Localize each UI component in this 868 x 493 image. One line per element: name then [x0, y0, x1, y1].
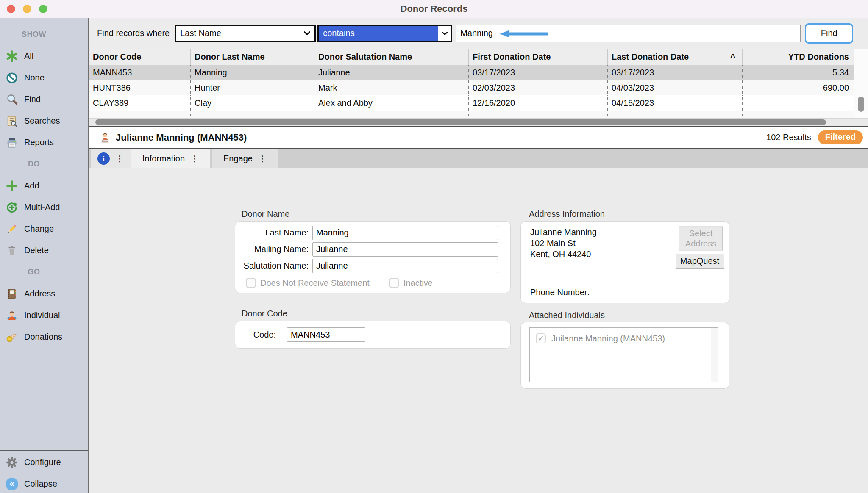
- tab-info-segment[interactable]: i ⋮: [91, 149, 131, 168]
- record-detail-content: Donor Name Last Name: Mailing Name: Salu…: [89, 168, 868, 493]
- cell-salutation: Julianne: [314, 65, 469, 80]
- sort-ascending-icon: ^: [730, 52, 735, 62]
- sidebar-item-add[interactable]: Add: [0, 175, 88, 197]
- cell-empty: [89, 111, 191, 118]
- search-query-input[interactable]: [456, 25, 800, 42]
- column-header-last-donation-date[interactable]: Last Donation Date ^: [608, 49, 743, 65]
- sidebar-item-multi-add[interactable]: Multi-Add: [0, 197, 88, 218]
- collapse-chevrons-icon: «: [6, 478, 18, 490]
- column-header-ytd-donations[interactable]: YTD Donations: [743, 49, 853, 65]
- sidebar-item-label: All: [24, 51, 33, 61]
- kebab-menu-icon[interactable]: ⋮: [191, 154, 199, 163]
- sidebar-item-find[interactable]: Find: [0, 89, 88, 110]
- sidebar-section-show: SHOW: [0, 24, 68, 45]
- kebab-menu-icon[interactable]: ⋮: [259, 154, 267, 163]
- info-icon[interactable]: i: [97, 152, 110, 165]
- sidebar-item-address[interactable]: Address: [0, 283, 88, 305]
- find-records-where-label: Find records where: [97, 28, 170, 38]
- table-row[interactable]: CLAY389 Clay Alex and Abby 12/16/2020 04…: [89, 95, 868, 111]
- table-header: Donor Code Donor Last Name Donor Salutat…: [89, 49, 868, 65]
- sidebar-item-none[interactable]: None: [0, 67, 88, 89]
- inactive-checkbox[interactable]: [389, 278, 399, 288]
- cell-empty: [743, 111, 853, 118]
- chevron-down-icon: [438, 26, 451, 41]
- cell-empty: [314, 111, 469, 118]
- kebab-menu-icon[interactable]: ⋮: [116, 154, 124, 163]
- attached-individuals-panel: ✓ Juilanne Manning (MANN453): [520, 322, 729, 389]
- table-row-selected[interactable]: MANN453 Manning Julianne 03/17/2023 03/1…: [89, 65, 868, 80]
- sidebar-item-label: Searches: [24, 116, 60, 126]
- cell-ytd: 690.00: [743, 80, 853, 95]
- cell-last-name: Hunter: [191, 80, 314, 95]
- cell-empty: [608, 111, 743, 118]
- sidebar-item-collapse[interactable]: « Collapse: [0, 473, 88, 493]
- salutation-name-field[interactable]: [312, 259, 498, 273]
- person-at-laptop-icon: [99, 132, 111, 144]
- sidebar-item-label: Individual: [24, 310, 60, 320]
- does-not-receive-statement-checkbox[interactable]: [246, 278, 256, 288]
- sidebar-item-delete[interactable]: Delete: [0, 240, 88, 261]
- attached-individual-checkbox[interactable]: ✓: [536, 333, 546, 343]
- cell-first-date: 02/03/2023: [469, 80, 608, 95]
- donations-icon: [5, 330, 19, 344]
- sidebar-item-individual[interactable]: Individual: [0, 305, 88, 326]
- donor-code-section-label: Donor Code: [242, 309, 287, 319]
- sidebar-item-label: Reports: [24, 138, 54, 147]
- listbox-scrollbar[interactable]: [711, 328, 718, 382]
- address-information-section-label: Address Information: [529, 209, 605, 219]
- record-header: Julianne Manning (MANN453) 102 Results F…: [89, 127, 868, 148]
- record-title: Julianne Manning (MANN453): [116, 132, 247, 143]
- mailing-name-field[interactable]: [312, 242, 498, 257]
- address-information-panel: Juilanne Manning 102 Main St Kent, OH 44…: [520, 221, 729, 303]
- table-row[interactable]: HUNT386 Hunter Mark 02/03/2023 04/03/202…: [89, 80, 868, 95]
- sidebar-item-configure[interactable]: Configure: [0, 451, 88, 473]
- sidebar-item-searches[interactable]: Searches: [0, 110, 88, 132]
- column-header-donor-salutation-name[interactable]: Donor Salutation Name: [314, 49, 469, 65]
- sidebar-item-change[interactable]: Change: [0, 218, 88, 240]
- horizontal-scrollbar-thumb[interactable]: [95, 119, 826, 125]
- sidebar-item-reports[interactable]: Reports: [0, 132, 88, 153]
- filtered-badge[interactable]: Filtered: [818, 130, 863, 144]
- attached-individuals-section-label: Attached Individuals: [529, 310, 605, 320]
- column-header-donor-code[interactable]: Donor Code: [89, 49, 191, 65]
- titlebar: Donor Records: [0, 0, 868, 18]
- donor-records-window: Donor Records SHOW All None Find: [0, 0, 868, 493]
- operator-select[interactable]: contains: [317, 25, 452, 42]
- find-icon: [5, 93, 19, 106]
- add-icon: [5, 179, 19, 193]
- cell-ytd: 5.34: [743, 65, 853, 80]
- sidebar-item-donations[interactable]: Donations: [0, 326, 88, 348]
- find-bar: Find records where Last Name contains Fi: [89, 18, 868, 49]
- vertical-scrollbar-thumb[interactable]: [858, 97, 864, 112]
- sidebar-footer: Configure « Collapse: [0, 450, 88, 493]
- searches-icon: [5, 114, 19, 128]
- cell-first-date: 12/16/2020: [469, 95, 608, 111]
- address-name-line: Juilanne Manning: [530, 227, 597, 238]
- field-select[interactable]: Last Name: [175, 25, 316, 42]
- last-name-field[interactable]: [312, 226, 498, 240]
- sidebar-item-label: Multi-Add: [24, 202, 60, 212]
- column-header-donor-last-name[interactable]: Donor Last Name: [191, 49, 314, 65]
- horizontal-scrollbar[interactable]: [89, 118, 868, 126]
- cell-donor-code: HUNT386: [89, 80, 191, 95]
- sidebar-item-label: Configure: [24, 457, 61, 467]
- operator-select-value: contains: [319, 26, 438, 41]
- vertical-scrollbar[interactable]: [854, 49, 868, 118]
- main-area: Find records where Last Name contains Fi: [89, 18, 868, 493]
- column-header-label: Last Donation Date: [612, 52, 689, 62]
- find-button[interactable]: Find: [805, 23, 853, 44]
- salutation-name-label: Salutation Name:: [235, 261, 312, 271]
- sidebar-item-all[interactable]: All: [0, 45, 88, 67]
- select-address-button[interactable]: Select Address: [679, 226, 723, 251]
- code-field[interactable]: [287, 327, 365, 342]
- none-icon: [5, 71, 19, 85]
- phone-number-label: Phone Number:: [530, 288, 590, 297]
- mapquest-button[interactable]: MapQuest: [676, 254, 724, 269]
- sidebar: SHOW All None Find Searches: [0, 18, 89, 493]
- cell-salutation: Mark: [314, 80, 469, 95]
- tab-information[interactable]: Information ⋮: [131, 149, 210, 168]
- cell-last-date: 04/15/2023: [608, 95, 743, 111]
- all-asterisk-icon: [5, 50, 19, 63]
- tab-engage[interactable]: Engage ⋮: [212, 149, 278, 168]
- column-header-first-donation-date[interactable]: First Donation Date: [469, 49, 608, 65]
